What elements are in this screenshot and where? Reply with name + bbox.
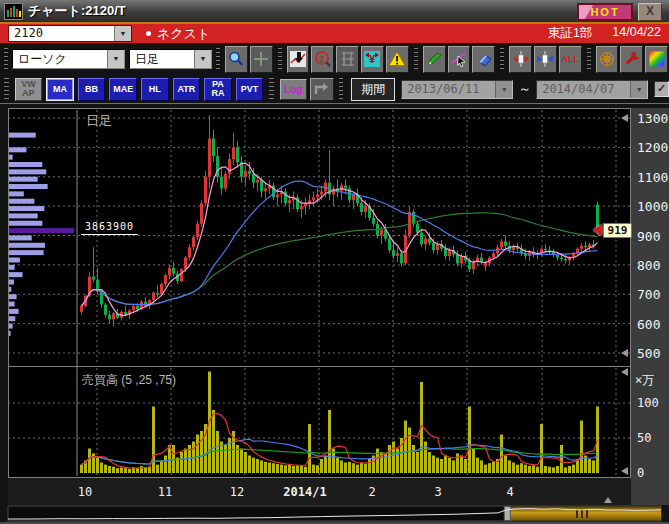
expand-bars-button[interactable] (509, 46, 532, 73)
symbol-dropdown-arrow-icon[interactable]: ▼ (114, 26, 131, 41)
svg-text:2014/1: 2014/1 (283, 485, 326, 499)
date-label: 14/04/22 (612, 25, 661, 42)
svg-text:11: 11 (158, 485, 172, 499)
grip-handle[interactable] (269, 78, 274, 100)
svg-text:500: 500 (637, 346, 660, 361)
toolbar-main: ローソク ▼ 日足 ▼ 2 ¥ (0, 43, 669, 75)
svg-text:50: 50 (637, 431, 651, 445)
select-trendline-button[interactable] (448, 46, 471, 73)
svg-text:3: 3 (434, 485, 441, 499)
grip-handle[interactable] (4, 78, 9, 100)
grip-handle[interactable] (414, 48, 418, 70)
date-to-combo[interactable]: 2014/04/07 ▼ (536, 80, 648, 99)
grip-handle[interactable] (587, 48, 591, 70)
date-from-combo[interactable]: 2013/06/11 ▼ (401, 80, 513, 99)
grip-handle[interactable] (500, 48, 504, 70)
indicator-bb-button[interactable]: BB (78, 78, 106, 101)
volume-profile-max-label: 3863900 (85, 221, 134, 232)
svg-text:600: 600 (637, 317, 660, 332)
grip-handle[interactable] (278, 48, 282, 70)
eraser-icon (475, 50, 493, 68)
magnifier-icon (227, 50, 245, 68)
cursor-line-icon (450, 50, 468, 68)
market-label: 東証1部 (548, 25, 592, 42)
volume-profile-underline (81, 234, 138, 235)
indicator-mae-button[interactable]: MAE (109, 78, 137, 101)
symbol-code-combo[interactable]: 2120 ▼ (8, 25, 132, 42)
svg-text:4: 4 (506, 485, 513, 499)
app-chart-icon (4, 3, 23, 20)
network-button[interactable] (596, 46, 619, 73)
symbol-bar: 2120 ▼ ネクスト 東証1部 14/04/22 (0, 24, 669, 43)
draw-pencil-button[interactable] (423, 46, 446, 73)
chart-down-arrow-icon (289, 50, 307, 68)
svg-text:1000: 1000 (637, 199, 668, 214)
chart-annotate-button[interactable] (287, 46, 310, 73)
svg-text:100: 100 (637, 396, 659, 410)
bent-arrow-icon (314, 82, 330, 96)
period-sync-checkbox[interactable]: ✓ (654, 81, 669, 97)
range-navigator[interactable] (8, 506, 661, 521)
symbol-code-input[interactable]: 2120 (9, 26, 114, 41)
chevron-down-icon[interactable]: ▼ (194, 50, 211, 68)
timeframe-value: 日足 (130, 50, 194, 68)
svg-text:0: 0 (637, 466, 644, 480)
svg-text:800: 800 (637, 258, 660, 273)
yen-convert-button[interactable]: ¥ (361, 46, 384, 73)
wrench-icon (623, 50, 641, 68)
svg-text:¥: ¥ (369, 53, 376, 65)
navigator-grip[interactable] (504, 507, 510, 521)
yen-arrows-icon: ¥ (363, 50, 381, 68)
indicator-hl-button[interactable]: HL (141, 78, 169, 101)
chevron-down-icon[interactable]: ▼ (630, 81, 647, 98)
toolbar-indicators: VW AP MA BB MAE HL ATR PA RA PVT Log 期間 … (0, 75, 669, 104)
indicator-pvt-button[interactable]: PVT (236, 78, 264, 101)
log-scale-button[interactable]: Log (280, 79, 307, 100)
indicator-atr-button[interactable]: ATR (173, 78, 201, 101)
svg-text:2: 2 (319, 54, 324, 64)
svg-text:1200: 1200 (637, 140, 668, 155)
grid-tool-button[interactable] (336, 46, 359, 73)
chevron-down-icon[interactable]: ▼ (107, 50, 124, 68)
crosshair-icon (252, 50, 270, 68)
indicator-vwap-button[interactable]: VW AP (15, 78, 43, 101)
indicator-para-button[interactable]: PA RA (204, 78, 232, 101)
tilde-separator: ～ (518, 80, 531, 98)
eraser-button[interactable] (472, 46, 495, 73)
date-from-value: 2013/06/11 (402, 81, 495, 98)
jump-button[interactable] (310, 78, 334, 101)
chart-type-value: ローソク (13, 50, 107, 68)
hot-badge[interactable]: HOT (577, 3, 633, 21)
svg-text:1100: 1100 (637, 170, 668, 185)
indicator-ma-button[interactable]: MA (46, 78, 74, 101)
svg-text:12: 12 (230, 485, 244, 499)
grid-icon (339, 50, 357, 68)
window-title: チャート:2120/T (28, 2, 126, 20)
period-button[interactable]: 期間 (351, 78, 395, 101)
timeframe-combo[interactable]: 日足 ▼ (129, 49, 212, 69)
color-palette-button[interactable] (645, 46, 668, 73)
settings-tool-button[interactable] (620, 46, 643, 73)
chevron-down-icon[interactable]: ▼ (495, 81, 512, 98)
svg-text:700: 700 (637, 287, 660, 302)
svg-text:×万: ×万 (635, 373, 654, 387)
svg-text:10: 10 (78, 485, 92, 499)
volume-pane-label: 売買高 (5 ,25 ,75) (82, 372, 176, 389)
palette-icon (648, 50, 666, 68)
zoom-tool-button[interactable] (225, 46, 248, 73)
grip-handle[interactable] (339, 78, 344, 100)
svg-text:1300: 1300 (637, 111, 668, 126)
grip-handle[interactable] (216, 48, 220, 70)
grip-handle[interactable] (4, 48, 8, 70)
symbol-name: ネクスト (157, 25, 210, 43)
chart-window: チャート:2120/T HOT X 2120 ▼ ネクスト 東証1部 14/04… (0, 0, 669, 524)
close-button[interactable]: X (638, 3, 662, 21)
search-compare-button[interactable]: 2 (311, 46, 334, 73)
crosshair-tool-button[interactable] (250, 46, 273, 73)
shrink-candle-icon (536, 50, 554, 68)
alert-button[interactable] (386, 46, 409, 73)
shrink-bars-button[interactable] (534, 46, 557, 73)
last-price-arrow-icon (593, 224, 602, 236)
chart-type-combo[interactable]: ローソク ▼ (12, 49, 125, 69)
show-all-button[interactable]: ALL (559, 46, 582, 73)
